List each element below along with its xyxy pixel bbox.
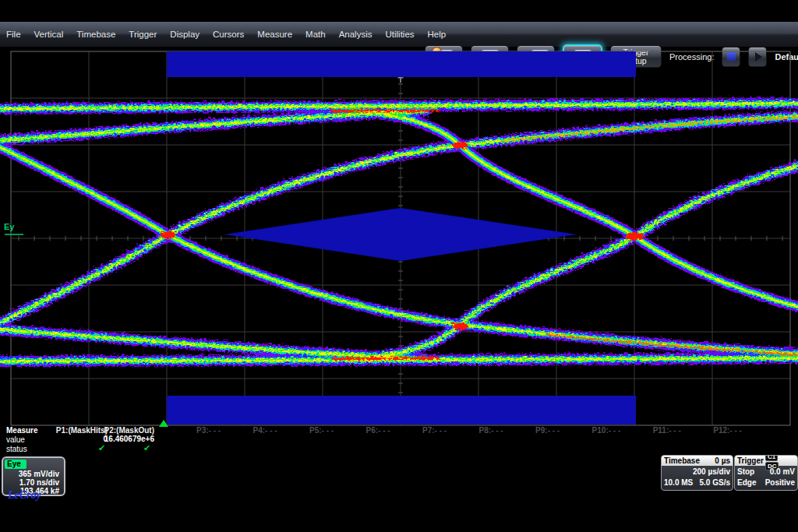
horizontal-scale: 1.70 ns/div	[19, 478, 59, 487]
green-light-icon	[537, 54, 543, 60]
timebase-samplerate: 5.0 GS/s	[700, 478, 730, 487]
trigger-type: Edge	[737, 478, 756, 487]
trigger-title: Trigger	[737, 456, 764, 465]
menu-item-timebase[interactable]: Timebase	[76, 30, 115, 39]
measure-inactive-column[interactable]: P9:- - -	[535, 426, 560, 435]
plot-area	[0, 0, 798, 532]
single-label: 1	[523, 51, 528, 62]
menu-item-measure[interactable]: Measure	[257, 30, 292, 39]
trace-label: Ey	[4, 222, 14, 231]
menu-item-cursors[interactable]: Cursors	[213, 30, 244, 39]
trigger-setup-button[interactable]: Trigger Setup	[610, 45, 662, 68]
measure-inactive-column[interactable]: P11:- - -	[653, 426, 681, 435]
trigger-source-badge: C1	[765, 455, 778, 461]
menu-item-help[interactable]: Help	[428, 30, 447, 39]
p2-status-check-icon: ✔	[143, 443, 150, 453]
mask-center-tick	[398, 77, 404, 79]
bottom-letterbox	[0, 502, 798, 532]
timebase-box[interactable]: Timebase 0 µs 200 µs/div 10.0 MS 5.0 GS/…	[661, 455, 733, 491]
timebase-scale: 200 µs/div	[693, 467, 730, 476]
red-light-icon	[580, 54, 586, 60]
processing-label: Processing:	[669, 52, 714, 62]
green-light-icon	[441, 54, 447, 60]
value-row-label: value	[6, 435, 25, 444]
measure-inactive-column[interactable]: P7:- - -	[422, 426, 447, 435]
green-light-icon	[487, 54, 493, 60]
trigger-box[interactable]: Trigger C1 DC Stop 0.0 mV Edge Positive	[734, 455, 798, 491]
menu-item-math[interactable]: Math	[305, 30, 326, 39]
measure-inactive-columns: P3:- - -P4:- - -P5:- - -P6:- - -P7:- - -…	[196, 426, 742, 435]
menu-item-file[interactable]: File	[6, 30, 21, 39]
timebase-title: Timebase	[664, 456, 700, 465]
alarm-clock-icon	[432, 47, 442, 57]
menu-bar: FileVerticalTimebaseTriggerDisplayCursor…	[0, 22, 798, 48]
timebase-samples: 10.0 MS	[664, 478, 693, 487]
graticule-grid	[11, 51, 790, 425]
mask-center-diamond	[224, 208, 577, 261]
lecroy-logo: LeCroy	[8, 489, 41, 502]
menu-item-trigger[interactable]: Trigger	[129, 30, 157, 39]
trigger-position-marker	[159, 420, 168, 427]
status-row-label: status	[6, 445, 27, 453]
trigger-level: 0.0 mV	[770, 467, 795, 476]
eye-diagram-trace	[0, 102, 798, 360]
monitor-icon	[574, 50, 591, 63]
menu-items: FileVerticalTimebaseTriggerDisplayCursor…	[6, 22, 446, 47]
p1-status-check-icon: ✔	[98, 443, 105, 453]
mask-bottom-bar	[167, 396, 636, 425]
processing-stop-button[interactable]	[722, 47, 740, 67]
menu-item-utilities[interactable]: Utilities	[385, 30, 414, 39]
measure-inactive-column[interactable]: P4:- - -	[253, 426, 277, 435]
measure-row-label: Measure	[6, 426, 38, 435]
monitor-icon	[482, 50, 499, 63]
vertical-scale: 365 mV/div	[19, 470, 59, 478]
timebase-offset: 0 µs	[715, 456, 730, 465]
menu-item-analysis[interactable]: Analysis	[339, 30, 373, 39]
auto-trigger-button[interactable]	[425, 45, 463, 68]
play-icon	[755, 52, 762, 62]
measure-p2-column[interactable]: P2:(MaskOut) 16.460679e+6	[86, 426, 154, 443]
top-letterbox	[0, 0, 798, 22]
stop-trigger-button[interactable]	[563, 44, 602, 69]
monitor-icon	[531, 50, 549, 63]
trigger-mode: Stop	[737, 467, 754, 476]
measure-inactive-column[interactable]: P10:- - -	[592, 426, 621, 435]
single-trigger-button[interactable]: 1	[517, 45, 555, 68]
trigger-slope: Positive	[765, 478, 795, 487]
stop-icon	[727, 52, 736, 61]
mask-regions	[167, 51, 636, 425]
oscilloscope-screen: FileVerticalTimebaseTriggerDisplayCursor…	[0, 0, 798, 532]
normal-trigger-button[interactable]	[471, 45, 509, 68]
monitor-icon	[436, 50, 453, 63]
measure-inactive-column[interactable]: P6:- - -	[366, 426, 390, 435]
measure-inactive-column[interactable]: P5:- - -	[309, 426, 334, 435]
measure-inactive-column[interactable]: P3:- - -	[196, 426, 221, 435]
measure-inactive-column[interactable]: P8:- - -	[479, 426, 503, 435]
menu-item-vertical[interactable]: Vertical	[34, 30, 64, 39]
default-label: Default:	[775, 52, 798, 62]
processing-play-button[interactable]	[748, 47, 767, 67]
menu-item-display[interactable]: Display	[170, 30, 200, 39]
eye-trace-chip: Eye	[5, 460, 26, 469]
toolbar: 1 Trigger Setup Processing: Default: Und…	[425, 45, 798, 68]
plot-markers	[5, 77, 404, 427]
measure-inactive-column[interactable]: P12:- - -	[713, 426, 742, 435]
